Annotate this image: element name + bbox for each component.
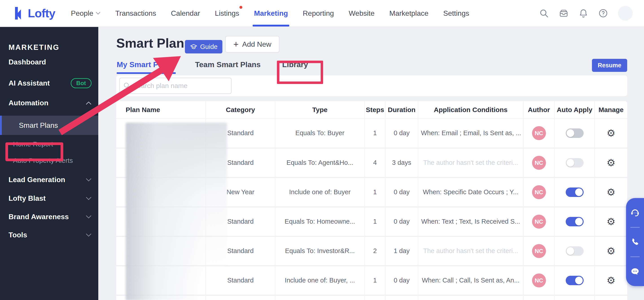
user-avatar[interactable]: [618, 6, 633, 21]
nav-item-marketing[interactable]: Marketing: [254, 0, 288, 27]
sidebar-item-tools[interactable]: Tools: [8, 231, 92, 239]
resume-button[interactable]: Resume: [592, 59, 627, 72]
chevron-down-icon: [86, 233, 92, 237]
bell-icon[interactable]: [578, 8, 588, 18]
nav-item-settings[interactable]: Settings: [443, 0, 469, 27]
column-header-plan-name: Plan Name: [116, 101, 206, 119]
divider: [630, 256, 640, 257]
cell-steps: 1: [365, 207, 385, 236]
author-avatar: NC: [532, 126, 546, 140]
author-avatar: NC: [532, 156, 546, 170]
search-icon: [123, 82, 130, 89]
search-icon[interactable]: [539, 8, 549, 18]
floating-support-widget: [626, 198, 644, 286]
cell-steps: 2: [365, 236, 385, 266]
tab-my-smart-plans[interactable]: My Smart Plans: [117, 60, 174, 74]
column-header-manage: Manage: [595, 101, 627, 119]
nav-item-marketplace[interactable]: Marketplace: [389, 0, 428, 27]
cell-duration: 0 day: [385, 266, 418, 295]
chevron-down-icon: [86, 197, 92, 200]
help-icon[interactable]: [598, 8, 608, 18]
graduation-cap-icon: [190, 43, 198, 51]
nav-item-calendar[interactable]: Calendar: [171, 0, 200, 27]
author-avatar: NC: [532, 273, 546, 287]
chevron-down-icon: [86, 178, 92, 182]
cell-conditions: When: Call ; Call, Is Sent as, An...: [418, 266, 523, 295]
column-header-duration: Duration: [385, 101, 418, 119]
auto-apply-toggle[interactable]: [566, 276, 584, 285]
cell-steps: 1: [365, 177, 385, 207]
toggle-knob: [566, 247, 574, 255]
gear-icon[interactable]: ⚙: [606, 245, 615, 257]
cell-type: Equals To: Homeowne...: [275, 207, 365, 236]
auto-apply-toggle[interactable]: [566, 187, 584, 197]
sidebar-item-automation[interactable]: Automation: [8, 99, 92, 107]
auto-apply-toggle[interactable]: [566, 217, 584, 226]
column-header-auto-apply: Auto Apply: [554, 101, 595, 119]
auto-apply-toggle[interactable]: [566, 158, 584, 168]
sidebar-item-smart-plans[interactable]: Smart Plans: [0, 116, 98, 135]
auto-apply-toggle[interactable]: [566, 128, 584, 138]
cell-conditions: The author hasn't set the criteri...: [418, 236, 523, 266]
cell-conditions: When: Text ; Text, Is Received S...: [418, 207, 523, 236]
sidebar-item-home-report[interactable]: Home Report: [13, 140, 92, 148]
cell-conditions: The author hasn't set the criteri...: [418, 148, 523, 177]
cell-type: Equals To: Buyer: [275, 119, 365, 148]
cell-duration: 3 days: [385, 148, 418, 177]
gear-icon[interactable]: ⚙: [606, 216, 615, 227]
auto-apply-toggle[interactable]: [566, 246, 584, 256]
column-header-application-conditions: Application Conditions: [418, 101, 523, 119]
sidebar-item-lead-generation[interactable]: Lead Generation: [8, 176, 92, 184]
add-new-button[interactable]: + Add New: [225, 36, 279, 53]
toggle-knob: [575, 277, 583, 284]
gear-icon[interactable]: ⚙: [606, 157, 615, 168]
search-input[interactable]: [120, 78, 232, 94]
tab-team-smart-plans[interactable]: Team Smart Plans: [195, 60, 260, 74]
divider: [630, 227, 640, 228]
chat-icon[interactable]: [630, 266, 640, 277]
toggle-knob: [575, 218, 583, 225]
lofty-logo-icon: [13, 6, 25, 20]
author-avatar: NC: [532, 215, 546, 229]
chevron-down-icon: [96, 12, 100, 15]
gear-icon[interactable]: ⚙: [606, 275, 615, 286]
sidebar-item-lofty-blast[interactable]: Lofty Blast: [8, 194, 92, 203]
nav-right-icons: [539, 6, 633, 21]
column-header-type: Type: [275, 101, 365, 119]
tab-bar: My Smart Plans Team Smart Plans Library: [117, 60, 308, 74]
lofty-logo[interactable]: Lofty: [13, 6, 55, 20]
cell-type: Equals To: Investor&R...: [275, 236, 365, 266]
sidebar-item-ai-assistant[interactable]: AI Assistant Bot: [8, 78, 92, 88]
nav-item-listings[interactable]: Listings: [215, 0, 240, 27]
bot-badge: Bot: [71, 78, 92, 88]
cell-duration: 1 day: [385, 236, 418, 266]
author-avatar: NC: [532, 185, 546, 199]
top-nav: Lofty People Transactions Calendar Listi…: [0, 0, 644, 27]
inbox-icon[interactable]: [559, 8, 568, 18]
toggle-knob: [566, 129, 574, 137]
headset-icon[interactable]: [630, 207, 640, 218]
notification-dot: [240, 6, 242, 9]
cell-type: Include one of: Buyer: [275, 177, 365, 207]
author-avatar: NC: [532, 244, 546, 258]
toggle-knob: [575, 188, 583, 196]
tab-library[interactable]: Library: [282, 60, 308, 74]
main-content: Smart Plans Guide + Add New My Smart Pla…: [98, 27, 644, 300]
cell-steps: 1: [365, 266, 385, 295]
phone-icon[interactable]: [630, 237, 640, 247]
sidebar-item-brand-awareness[interactable]: Brand Awareness: [8, 213, 92, 221]
gear-icon[interactable]: ⚙: [606, 127, 615, 139]
sidebar-item-auto-property-alerts[interactable]: Auto Property Alerts: [13, 157, 92, 164]
column-header-steps: Steps: [365, 101, 385, 119]
sidebar-item-dashboard[interactable]: Dashboard: [8, 58, 92, 66]
cell-steps: 1: [365, 119, 385, 148]
nav-item-people[interactable]: People: [71, 0, 100, 27]
nav-item-website[interactable]: Website: [349, 0, 374, 27]
cell-type: Equals To: Agent&Ho...: [275, 148, 365, 177]
nav-menu: People Transactions Calendar Listings Ma…: [71, 0, 469, 27]
nav-item-reporting[interactable]: Reporting: [303, 0, 334, 27]
plan-name-blurred-content: [126, 123, 227, 300]
gear-icon[interactable]: ⚙: [606, 186, 615, 198]
nav-item-transactions[interactable]: Transactions: [115, 0, 156, 27]
guide-button[interactable]: Guide: [185, 40, 222, 54]
